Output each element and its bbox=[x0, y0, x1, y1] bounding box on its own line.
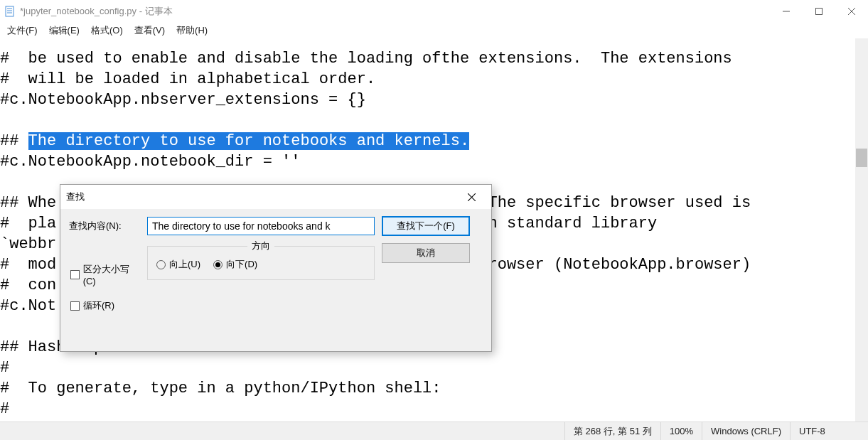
find-dialog: 查找 查找内容(N): 查找下一个(F) 区分大小写(C) 循环(R) 方向 bbox=[60, 184, 492, 352]
status-bar: 第 268 行, 第 51 列 100% Windows (CRLF) UTF-… bbox=[0, 422, 868, 440]
text-line: ## The directory to use for notebooks an… bbox=[0, 132, 469, 150]
text-line: `webbr bbox=[0, 235, 56, 253]
find-next-button[interactable]: 查找下一个(F) bbox=[382, 216, 470, 236]
notepad-icon bbox=[4, 6, 16, 17]
find-close-button[interactable] bbox=[457, 186, 486, 208]
radio-icon bbox=[213, 260, 223, 269]
text-line: #c.NotebookApp.notebook_dir = '' bbox=[0, 153, 300, 171]
direction-down-radio[interactable]: 向下(D) bbox=[213, 258, 257, 271]
highlighted-text: The directory to use for notebooks and k… bbox=[28, 132, 470, 150]
window-title: *jupyter_notebook_config.py - 记事本 bbox=[20, 5, 173, 18]
text-line: #c.Not bbox=[0, 297, 56, 315]
direction-legend: 方向 bbox=[247, 240, 274, 252]
svg-rect-5 bbox=[816, 8, 823, 14]
status-zoom: 100% bbox=[660, 422, 702, 440]
checkbox-icon bbox=[70, 270, 80, 279]
status-encoding: UTF-8 bbox=[790, 422, 868, 440]
direction-group: 方向 向上(U) 向下(D) bbox=[147, 246, 375, 280]
scrollbar-thumb[interactable] bbox=[856, 149, 867, 167]
radio-icon bbox=[156, 260, 166, 269]
text-line: # bbox=[0, 359, 9, 377]
minimize-button[interactable] bbox=[770, 0, 803, 23]
status-line-ending: Windows (CRLF) bbox=[702, 422, 790, 440]
menu-format[interactable]: 格式(O) bbox=[90, 23, 124, 38]
find-what-label: 查找内容(N): bbox=[69, 220, 122, 232]
text-line: # will be loaded in alphabetical order. bbox=[0, 70, 375, 88]
menu-view[interactable]: 查看(V) bbox=[133, 23, 166, 38]
direction-down-label: 向下(D) bbox=[226, 258, 257, 271]
status-position: 第 268 行, 第 51 列 bbox=[564, 422, 660, 440]
text-line: # be used to enable and disable the load… bbox=[0, 50, 732, 68]
text-line: # bbox=[0, 400, 9, 418]
close-button[interactable] bbox=[835, 0, 868, 23]
match-case-label: 区分大小写(C) bbox=[83, 263, 140, 286]
title-bar: *jupyter_notebook_config.py - 记事本 bbox=[0, 0, 868, 23]
direction-up-label: 向上(U) bbox=[169, 258, 200, 271]
find-dialog-titlebar: 查找 bbox=[60, 185, 491, 209]
find-cancel-button[interactable]: 取消 bbox=[382, 243, 470, 263]
wrap-label: 循环(R) bbox=[83, 299, 114, 312]
find-input[interactable] bbox=[147, 217, 375, 235]
maximize-button[interactable] bbox=[803, 0, 835, 23]
wrap-checkbox[interactable]: 循环(R) bbox=[70, 299, 140, 312]
checkbox-icon bbox=[70, 301, 80, 311]
direction-up-radio[interactable]: 向上(U) bbox=[156, 258, 200, 271]
menu-help[interactable]: 帮助(H) bbox=[175, 23, 209, 38]
text-line: #c.NotebookApp.nbserver_extensions = {} bbox=[0, 91, 366, 109]
text-line: # con bbox=[0, 277, 56, 294]
vertical-scrollbar[interactable] bbox=[855, 38, 868, 422]
svg-rect-0 bbox=[6, 6, 14, 16]
menu-bar: 文件(F) 编辑(E) 格式(O) 查看(V) 帮助(H) bbox=[0, 23, 868, 38]
menu-edit[interactable]: 编辑(E) bbox=[48, 23, 81, 38]
menu-file[interactable]: 文件(F) bbox=[6, 23, 39, 38]
find-dialog-title: 查找 bbox=[66, 191, 85, 203]
text-line: # To generate, type in a python/IPython … bbox=[0, 380, 441, 397]
match-case-checkbox[interactable]: 区分大小写(C) bbox=[70, 263, 140, 286]
